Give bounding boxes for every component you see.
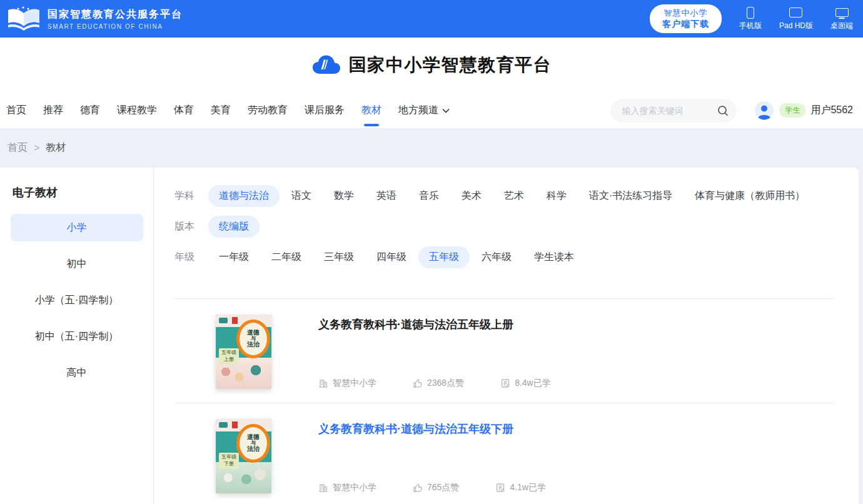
cover-grade-label: 五年级 下册 <box>219 453 239 469</box>
subject-option[interactable]: 语文 <box>281 185 322 207</box>
subject-option[interactable]: 艺术 <box>493 185 535 207</box>
nav-item-labor-education[interactable]: 劳动教育 <box>248 93 288 128</box>
sidebar-item-senior[interactable]: 高中 <box>11 359 143 386</box>
nav-item-label: 课程教学 <box>117 104 157 117</box>
publisher-label: 智慧中小学 <box>333 378 376 389</box>
filter-label-version: 版本 <box>174 220 202 233</box>
sidebar-title: 电子教材 <box>13 185 153 200</box>
nav-item-recommend[interactable]: 推荐 <box>43 93 63 128</box>
grade-option[interactable]: 三年级 <box>313 246 365 268</box>
book-title[interactable]: 义务教育教科书·道德与法治五年级上册 <box>318 317 834 332</box>
book-cover[interactable]: 道德 与 法治 五年级 下册 <box>216 419 271 493</box>
book-item: 道德 与 法治 五年级 上册 义务教育教科书·道德与法治五年级上册 <box>174 299 834 403</box>
user-area: 学生 用户5562 <box>755 101 853 120</box>
platform-banner: 国家中小学智慧教育平台 <box>0 38 863 93</box>
filter-row-version: 版本 统编版 <box>174 216 834 238</box>
breadcrumb-home[interactable]: 首页 <box>8 141 28 154</box>
book-learned: 4.1w已学 <box>495 482 546 493</box>
site-logo[interactable]: 国家智慧教育公共服务平台 SMART EDUCATION OF CHINA <box>6 6 183 32</box>
platform-link-label: 桌面端 <box>830 21 853 31</box>
client-download-button[interactable]: 智慧中小学 客户端下载 <box>650 4 722 33</box>
download-button-line1: 智慧中小学 <box>662 8 709 19</box>
platform-link-pad[interactable]: Pad HD版 <box>779 6 813 31</box>
subject-option[interactable]: 美术 <box>451 185 492 207</box>
cloud-pen-logo-icon <box>311 54 341 76</box>
platform-link-desktop[interactable]: 桌面端 <box>830 6 853 31</box>
search-box <box>611 99 736 122</box>
cover-subject-line: 法治 <box>247 446 260 453</box>
nav-item-physical-education[interactable]: 体育 <box>174 93 194 128</box>
subject-option[interactable]: 语文·书法练习指导 <box>578 185 683 207</box>
cover-volume: 下册 <box>221 461 236 468</box>
nav-item-local-channels[interactable]: 地方频道 <box>398 93 450 128</box>
cover-subject-badge: 道德 与 法治 <box>236 320 270 358</box>
tablet-icon <box>789 8 802 18</box>
grade-option[interactable]: 四年级 <box>366 246 417 268</box>
platform-title: 国家中小学智慧教育平台 <box>349 53 552 77</box>
nav-item-label: 体育 <box>174 104 194 117</box>
download-button-line2: 客户端下载 <box>662 19 709 30</box>
version-option-selected[interactable]: 统编版 <box>208 216 260 238</box>
sidebar-item-label: 初中 <box>67 258 87 271</box>
grade-option-selected[interactable]: 五年级 <box>418 246 470 268</box>
subject-option[interactable]: 体育与健康（教师用书） <box>684 185 815 207</box>
thumbs-up-icon <box>413 378 423 388</box>
role-badge: 学生 <box>779 103 805 118</box>
content-area: 电子教材 小学 初中 小学（五·四学制） 初中（五·四学制） 高中 学科 道德与… <box>0 168 863 504</box>
book-publisher: 智慧中小学 <box>318 482 376 493</box>
search-icon[interactable] <box>717 105 729 116</box>
subject-option[interactable]: 英语 <box>366 185 407 207</box>
nav-item-moral-education[interactable]: 德育 <box>80 93 100 128</box>
subject-option-selected[interactable]: 道德与法治 <box>208 185 280 207</box>
logo-subtitle: SMART EDUCATION OF CHINA <box>48 23 183 30</box>
nav-item-label: 推荐 <box>43 104 63 117</box>
nav-item-after-school[interactable]: 课后服务 <box>305 93 345 128</box>
subject-option[interactable]: 数学 <box>323 185 365 207</box>
platform-link-phone[interactable]: 手机版 <box>739 6 762 31</box>
cover-volume: 上册 <box>221 356 236 363</box>
book-likes: 2368点赞 <box>413 378 464 389</box>
sidebar-item-primary-54[interactable]: 小学（五·四学制） <box>11 286 143 314</box>
nav-item-label: 劳动教育 <box>248 104 288 117</box>
nav-item-curriculum-teaching[interactable]: 课程教学 <box>117 93 157 128</box>
sidebar-item-label: 小学（五·四学制） <box>35 294 118 307</box>
filter-label-subject: 学科 <box>174 189 202 203</box>
chevron-down-icon <box>442 108 450 113</box>
book-item: 道德 与 法治 五年级 下册 义务教育教科书·道德与法治五年级下册 <box>174 403 834 504</box>
breadcrumb: 首页 > 教材 <box>0 128 863 168</box>
nav-item-label: 美育 <box>211 104 231 117</box>
cover-grade: 五年级 <box>221 454 236 461</box>
logo-title: 国家智慧教育公共服务平台 <box>48 8 183 21</box>
nav-item-home[interactable]: 首页 <box>6 93 26 128</box>
subject-option[interactable]: 音乐 <box>408 185 450 207</box>
nav-item-textbooks[interactable]: 教材 <box>361 93 381 128</box>
book-cover[interactable]: 道德 与 法治 五年级 上册 <box>216 315 271 389</box>
breadcrumb-separator: > <box>34 143 39 154</box>
grade-option[interactable]: 二年级 <box>261 246 312 268</box>
grade-option[interactable]: 学生读本 <box>523 246 585 268</box>
nav-item-label: 首页 <box>6 104 26 117</box>
nav-item-aesthetic-education[interactable]: 美育 <box>211 93 231 128</box>
user-avatar-icon[interactable] <box>755 101 774 120</box>
grade-option[interactable]: 六年级 <box>471 246 522 268</box>
thumbs-up-icon <box>413 483 423 493</box>
subject-option[interactable]: 科学 <box>536 185 577 207</box>
cover-grade-label: 五年级 上册 <box>219 348 239 365</box>
sidebar-item-primary[interactable]: 小学 <box>11 214 143 241</box>
grade-option[interactable]: 一年级 <box>208 246 260 268</box>
user-name[interactable]: 用户5562 <box>810 104 853 117</box>
filter-row-subject: 学科 道德与法治 语文 数学 英语 音乐 美术 艺术 科学 语文·书法练习指导 … <box>174 185 834 207</box>
book-learned: 8.4w已学 <box>500 378 551 389</box>
main-nav: 首页 推荐 德育 课程教学 体育 美育 劳动教育 课后服务 教材 地方频道 学生… <box>0 93 863 128</box>
nav-item-label: 教材 <box>361 104 381 117</box>
book-title[interactable]: 义务教育教科书·道德与法治五年级下册 <box>318 421 834 436</box>
filter-row-grade: 年级 一年级 二年级 三年级 四年级 五年级 六年级 学生读本 <box>174 246 834 268</box>
sidebar-item-junior[interactable]: 初中 <box>11 250 143 278</box>
learned-book-icon <box>495 483 505 493</box>
nav-item-label: 地方频道 <box>398 104 438 117</box>
sidebar-item-label: 小学 <box>67 221 87 234</box>
sidebar-item-junior-54[interactable]: 初中（五·四学制） <box>11 323 143 350</box>
book-meta: 智慧中小学 765点赞 4.1w已学 <box>318 482 834 493</box>
sidebar-item-label: 初中（五·四学制） <box>35 330 118 343</box>
cover-subject-badge: 道德 与 法治 <box>236 424 270 463</box>
